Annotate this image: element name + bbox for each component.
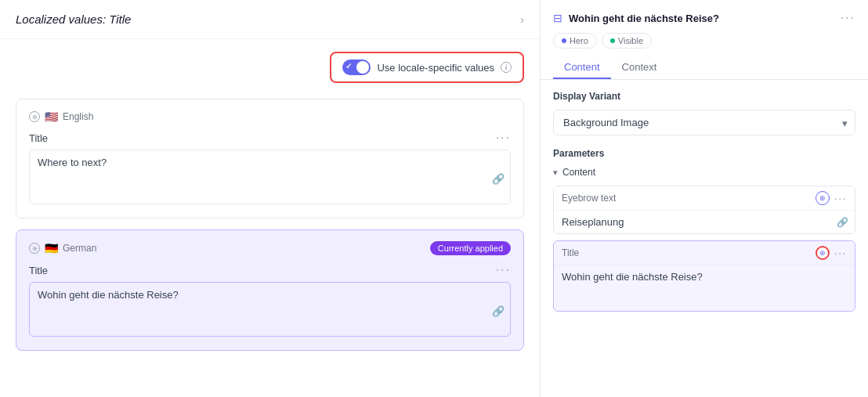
- right-panel: ⊟ Wohin geht die nächste Reise? ··· Hero…: [541, 0, 868, 397]
- link-icon-english: 🔗: [492, 173, 505, 185]
- display-variant-select-wrapper: Background Image ▾: [553, 110, 855, 135]
- display-variant-label: Display Variant: [553, 91, 855, 102]
- lang-label-english: ⊕ 🇺🇸 English: [29, 110, 93, 123]
- more-menu-icon[interactable]: ···: [841, 11, 855, 25]
- eyebrow-field-row: Eyebrow text ⊕ ··· 🔗: [553, 186, 855, 234]
- english-lang-block: ⊕ 🇺🇸 English Title ··· Where to next? 🔗: [16, 99, 524, 218]
- english-flag: 🇺🇸: [45, 110, 58, 123]
- eyebrow-input[interactable]: [554, 211, 855, 233]
- german-field-menu[interactable]: ···: [496, 263, 511, 277]
- left-content: ✓ Use locale-specific values i ⊕ 🇺🇸 Engl…: [0, 39, 540, 397]
- tab-content[interactable]: Content: [553, 56, 611, 79]
- german-flag: 🇩🇪: [45, 242, 58, 254]
- hero-tag[interactable]: Hero: [553, 33, 597, 49]
- link-icon-german: 🔗: [492, 305, 505, 317]
- panel-title: Localized values: Title: [16, 13, 131, 26]
- right-header-top: ⊟ Wohin geht die nächste Reise? ···: [553, 11, 855, 25]
- eyebrow-input-wrapper: 🔗: [554, 211, 855, 233]
- content-collapsible[interactable]: ▾ Content: [553, 167, 855, 178]
- eyebrow-actions: ⊕ ···: [816, 191, 847, 205]
- english-textarea-wrapper: Where to next? 🔗: [29, 150, 511, 207]
- english-title-input[interactable]: Where to next?: [29, 150, 511, 204]
- right-header: ⊟ Wohin geht die nächste Reise? ··· Hero…: [541, 0, 868, 80]
- tag-row: Hero Visible: [553, 33, 855, 49]
- locale-toggle[interactable]: ✓: [342, 60, 371, 75]
- right-panel-title: Wohin geht die nächste Reise?: [569, 13, 719, 24]
- title-param-label: Title: [562, 247, 579, 258]
- lang-label-german: ⊕ 🇩🇪 German: [29, 242, 96, 254]
- title-globe-btn[interactable]: ⊕: [816, 246, 830, 260]
- title-param-input[interactable]: Wohin geht die nächste Reise?: [554, 265, 855, 309]
- left-panel: Localized values: Title › ✓ Use locale-s…: [0, 0, 541, 397]
- panel-title-highlight: Title: [109, 13, 131, 26]
- german-lang-block: ⊕ 🇩🇪 German Currently applied Title ··· …: [16, 229, 524, 351]
- link-icon-eyebrow: 🔗: [837, 217, 848, 228]
- title-actions: ⊕ ···: [816, 246, 847, 260]
- hero-tag-dot: [562, 38, 566, 43]
- title-dots-menu[interactable]: ···: [834, 247, 847, 259]
- currently-applied-badge: Currently applied: [430, 241, 511, 255]
- info-icon[interactable]: i: [501, 62, 512, 73]
- german-field-label-row: Title ···: [29, 263, 511, 277]
- english-field-menu[interactable]: ···: [496, 131, 511, 145]
- component-icon: ⊟: [553, 12, 562, 24]
- tabs-row: Content Context: [553, 56, 855, 79]
- parameters-section: Parameters ▾ Content Eyebrow text ⊕ ··· …: [553, 148, 855, 312]
- english-field-label: Title: [29, 132, 48, 144]
- title-input-wrapper: Wohin geht die nächste Reise?: [554, 265, 855, 311]
- english-field-label-row: Title ···: [29, 131, 511, 145]
- tab-context[interactable]: Context: [611, 56, 668, 79]
- visible-tag-label: Visible: [618, 36, 643, 45]
- collapse-arrow-icon: ▾: [553, 168, 558, 178]
- german-textarea-wrapper: Wohin geht die nächste Reise? 🔗: [29, 282, 511, 339]
- english-name: English: [63, 111, 93, 122]
- eyebrow-globe-btn[interactable]: ⊕: [816, 191, 830, 205]
- eyebrow-field-header: Eyebrow text ⊕ ···: [554, 186, 855, 211]
- left-header: Localized values: Title ›: [0, 0, 540, 39]
- lang-header-english: ⊕ 🇺🇸 English: [29, 110, 511, 123]
- toggle-label: Use locale-specific values: [377, 62, 494, 74]
- german-name: German: [63, 243, 96, 254]
- right-content: Display Variant Background Image ▾ Param…: [541, 80, 868, 397]
- globe-icon-german: ⊕: [29, 243, 40, 254]
- parameters-title: Parameters: [553, 148, 855, 159]
- locale-toggle-container: ✓ Use locale-specific values i: [330, 52, 524, 83]
- eyebrow-label: Eyebrow text: [562, 193, 616, 204]
- visible-tag[interactable]: Visible: [602, 33, 652, 49]
- lang-header-german: ⊕ 🇩🇪 German Currently applied: [29, 241, 511, 255]
- globe-icon-english: ⊕: [29, 111, 40, 122]
- toggle-row: ✓ Use locale-specific values i: [16, 52, 524, 83]
- chevron-right-icon[interactable]: ›: [520, 13, 524, 26]
- panel-title-text: Localized values:: [16, 13, 109, 26]
- right-title-row: ⊟ Wohin geht die nächste Reise?: [553, 12, 719, 24]
- content-section-label: Content: [562, 167, 595, 178]
- visible-tag-dot: [610, 38, 615, 43]
- display-variant-select[interactable]: Background Image: [553, 110, 855, 135]
- eyebrow-dots-menu[interactable]: ···: [834, 192, 847, 204]
- title-field-header: Title ⊕ ···: [554, 241, 855, 265]
- german-field-label: Title: [29, 265, 48, 276]
- title-field-row: Title ⊕ ··· Wohin geht die nächste Reise…: [553, 240, 855, 312]
- german-title-input[interactable]: Wohin geht die nächste Reise?: [29, 282, 511, 337]
- hero-tag-label: Hero: [570, 36, 588, 45]
